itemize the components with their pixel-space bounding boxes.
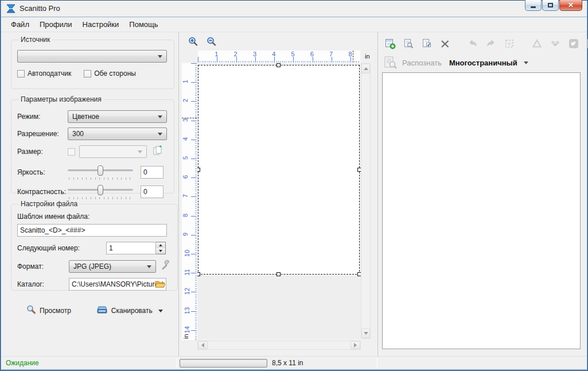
selection-handle-bottom-left[interactable] bbox=[197, 272, 200, 276]
format-settings-icon[interactable] bbox=[161, 260, 172, 273]
contrast-slider[interactable] bbox=[68, 184, 133, 200]
ruler-number: 8 bbox=[182, 214, 189, 217]
multipage-dropdown-icon[interactable] bbox=[524, 61, 528, 67]
spin-up-icon[interactable] bbox=[156, 242, 165, 248]
scan-dropdown-icon[interactable] bbox=[158, 310, 163, 315]
menu-settings[interactable]: Настройки bbox=[77, 18, 124, 31]
selection-handle-left[interactable] bbox=[197, 168, 200, 172]
zoom-in-button[interactable] bbox=[187, 36, 200, 47]
horizontal-scrollbar[interactable] bbox=[197, 341, 361, 350]
mode-combobox[interactable]: Цветное bbox=[68, 110, 167, 123]
selection-handle-top[interactable] bbox=[277, 63, 281, 67]
brightness-slider[interactable] bbox=[68, 164, 133, 180]
crop-frame-icon[interactable] bbox=[504, 38, 515, 49]
template-label: Шаблон имени файла: bbox=[17, 212, 172, 221]
ruler-number: 5 bbox=[291, 51, 295, 57]
menu-file[interactable]: Файл bbox=[6, 18, 34, 31]
ruler-number: 5 bbox=[182, 156, 189, 160]
vertical-scrollbar[interactable] bbox=[361, 63, 371, 339]
resolution-value: 300 bbox=[72, 130, 84, 138]
preview-page-icon[interactable] bbox=[403, 38, 414, 49]
ruler-number: 6 bbox=[182, 175, 189, 179]
preview-button[interactable]: Просмотр bbox=[26, 304, 71, 316]
multipage-dropdown[interactable]: Многостраничный bbox=[449, 59, 517, 67]
slider-thumb[interactable] bbox=[98, 185, 103, 195]
title-bar[interactable]: Scanitto Pro ✕ bbox=[1, 0, 587, 17]
main-content: Источник Автоподатчик Обе стороны Параме… bbox=[1, 32, 587, 356]
mode-label: Режим: bbox=[17, 113, 68, 121]
delete-icon[interactable] bbox=[439, 38, 451, 49]
source-group: Источник Автоподатчик Обе стороны bbox=[11, 36, 174, 89]
contrast-input[interactable] bbox=[141, 186, 163, 198]
google-drive-icon[interactable] bbox=[531, 38, 543, 49]
close-icon: ✕ bbox=[568, 2, 574, 9]
ruler-number: 6 bbox=[310, 51, 314, 57]
results-toolbar bbox=[378, 33, 588, 54]
status-state: Ожидание bbox=[6, 359, 39, 367]
scanner-icon bbox=[96, 304, 108, 316]
slider-thumb[interactable] bbox=[98, 165, 103, 176]
duplex-checkbox[interactable] bbox=[84, 70, 91, 78]
scroll-right-button[interactable] bbox=[351, 341, 360, 349]
maximize-button[interactable] bbox=[542, 0, 559, 11]
scroll-up-button[interactable] bbox=[361, 64, 370, 74]
progress-bar bbox=[180, 359, 267, 368]
selection-handle-bottom[interactable] bbox=[277, 272, 281, 276]
minimize-button[interactable] bbox=[525, 0, 542, 11]
folder-label: Каталог: bbox=[17, 280, 69, 288]
ruler-number: 7 bbox=[182, 194, 189, 198]
orientation-icon[interactable] bbox=[152, 145, 163, 159]
scan-page[interactable] bbox=[198, 65, 360, 275]
resolution-combobox[interactable]: 300 bbox=[68, 127, 167, 140]
verify-page-icon[interactable] bbox=[421, 38, 433, 49]
twitter-icon[interactable] bbox=[568, 38, 579, 49]
next-number-input[interactable] bbox=[106, 242, 156, 254]
slider-ticks bbox=[69, 177, 132, 180]
size-combobox[interactable] bbox=[79, 145, 147, 158]
format-combobox[interactable]: JPG (JPEG) bbox=[69, 260, 156, 273]
preview-viewport[interactable] bbox=[197, 63, 361, 339]
scroll-down-button[interactable] bbox=[361, 329, 370, 338]
source-combobox[interactable] bbox=[17, 50, 167, 63]
mode-value: Цветное bbox=[72, 113, 99, 121]
adf-checkbox[interactable] bbox=[17, 70, 25, 78]
browse-folder-icon[interactable] bbox=[155, 279, 166, 291]
add-scan-icon[interactable] bbox=[384, 38, 396, 49]
folder-input[interactable] bbox=[69, 278, 166, 291]
ocr-button[interactable]: Распознать bbox=[402, 59, 442, 67]
chevron-down-icon bbox=[158, 55, 162, 60]
menu-profiles[interactable]: Профили bbox=[34, 18, 77, 31]
zoom-out-button[interactable] bbox=[205, 36, 218, 47]
selection-marquee[interactable] bbox=[198, 65, 360, 275]
ruler-unit-vertical: in bbox=[182, 334, 189, 339]
redo-icon[interactable] bbox=[485, 38, 497, 49]
scroll-left-button[interactable] bbox=[198, 341, 208, 349]
chevron-down-icon bbox=[147, 265, 151, 270]
size-label: Размер: bbox=[17, 148, 68, 156]
brightness-label: Яркость: bbox=[17, 168, 68, 176]
ruler-number: 11 bbox=[184, 269, 190, 275]
chevron-down-icon bbox=[158, 133, 162, 138]
status-bar: Ожидание 8,5 x 11 in bbox=[1, 356, 587, 369]
window-title: Scanitto Pro bbox=[20, 4, 60, 13]
ruler-number: 4 bbox=[182, 137, 189, 141]
preview-panel: 12345678 in 1234567891011121314 in bbox=[179, 32, 377, 356]
size-checkbox[interactable] bbox=[68, 148, 75, 156]
spin-down-icon[interactable] bbox=[156, 248, 165, 254]
preview-button-label: Просмотр bbox=[40, 307, 71, 315]
undo-icon[interactable] bbox=[467, 38, 478, 49]
preview-magnifier-icon bbox=[26, 304, 36, 316]
scan-button[interactable]: Сканировать bbox=[96, 304, 163, 316]
template-input[interactable] bbox=[17, 224, 167, 237]
ruler-marker-x bbox=[353, 51, 353, 63]
image-params-title: Параметры изображения bbox=[19, 95, 103, 103]
ocr-icon bbox=[383, 56, 398, 69]
close-button[interactable]: ✕ bbox=[559, 0, 582, 11]
brightness-input[interactable] bbox=[141, 166, 163, 179]
next-number-spinner[interactable] bbox=[156, 242, 166, 254]
chevron-down-icon bbox=[138, 150, 142, 156]
scanned-pages-list[interactable] bbox=[382, 72, 581, 349]
menu-help[interactable]: Помощь bbox=[124, 18, 163, 31]
image-params-group: Параметры изображения Режим: Цветное Раз… bbox=[11, 95, 174, 194]
dropbox-icon[interactable] bbox=[550, 38, 561, 49]
